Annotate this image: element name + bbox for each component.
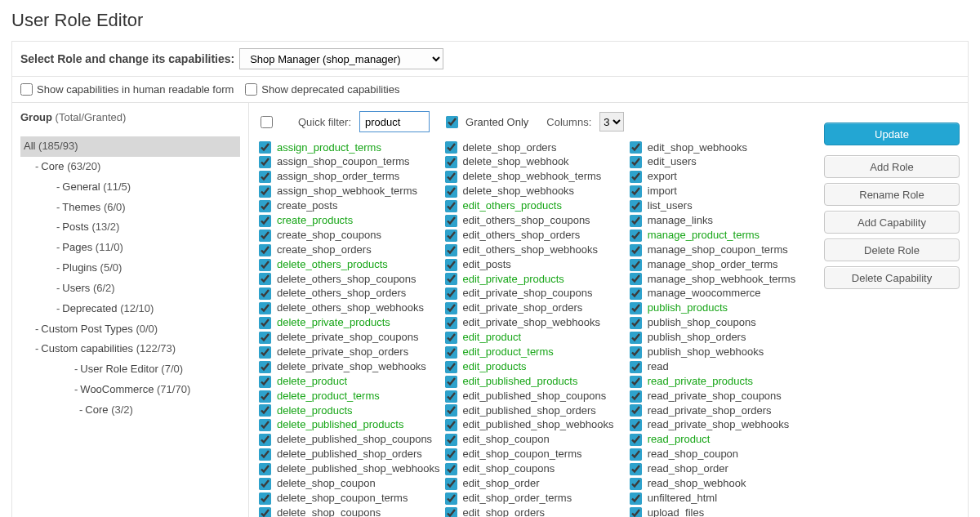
capability-checkbox[interactable] xyxy=(445,141,457,154)
capability-checkbox[interactable] xyxy=(445,492,457,505)
capability-checkbox[interactable] xyxy=(630,244,642,256)
capability-item[interactable]: delete_shop_webhooks xyxy=(445,185,625,199)
capability-checkbox[interactable] xyxy=(445,171,457,183)
capability-item[interactable]: create_shop_coupons xyxy=(259,228,440,243)
capability-checkbox[interactable] xyxy=(630,448,642,461)
capability-item[interactable]: edit_shop_order xyxy=(445,476,625,491)
capability-item[interactable]: publish_shop_coupons xyxy=(630,316,809,331)
capability-item[interactable]: edit_others_products xyxy=(445,199,625,214)
human-readable-option[interactable]: Show capabilities in human readable form xyxy=(20,83,234,96)
capability-checkbox[interactable] xyxy=(630,463,642,475)
sidebar-item[interactable]: -Themes (6/0) xyxy=(20,198,240,218)
sidebar-item[interactable]: -Pages (11/0) xyxy=(20,238,240,258)
capability-item[interactable]: export xyxy=(630,170,809,185)
delete-capability-button[interactable]: Delete Capability xyxy=(824,266,960,289)
capability-checkbox[interactable] xyxy=(630,419,642,431)
capability-item[interactable]: read_product xyxy=(630,433,809,448)
capability-checkbox[interactable] xyxy=(445,419,457,431)
capability-checkbox[interactable] xyxy=(259,448,271,461)
capability-item[interactable]: edit_private_shop_orders xyxy=(445,301,625,316)
capability-item[interactable]: manage_shop_order_terms xyxy=(630,257,809,272)
capability-checkbox[interactable] xyxy=(259,346,271,359)
capability-item[interactable]: edit_private_shop_webhooks xyxy=(445,316,625,331)
capability-item[interactable]: assign_shop_webhook_terms xyxy=(259,185,440,199)
capability-checkbox[interactable] xyxy=(259,492,271,505)
capability-item[interactable]: delete_private_shop_coupons xyxy=(259,331,440,345)
capability-item[interactable]: edit_shop_coupon_terms xyxy=(445,448,625,462)
capability-item[interactable]: read xyxy=(630,359,809,374)
sidebar-item[interactable]: -User Role Editor (7/0) xyxy=(20,359,240,380)
capability-item[interactable]: upload_files xyxy=(630,506,809,517)
capability-checkbox[interactable] xyxy=(445,463,457,475)
capability-item[interactable]: edit_product xyxy=(445,331,625,345)
add-role-button[interactable]: Add Role xyxy=(824,155,960,178)
capability-checkbox[interactable] xyxy=(445,317,457,329)
capability-checkbox[interactable] xyxy=(630,273,642,285)
capability-checkbox[interactable] xyxy=(630,287,642,300)
capability-item[interactable]: delete_others_shop_coupons xyxy=(259,272,440,287)
capability-item[interactable]: create_products xyxy=(259,213,440,228)
capability-checkbox[interactable] xyxy=(630,200,642,212)
capability-item[interactable]: publish_products xyxy=(630,301,809,316)
capability-item[interactable]: assign_shop_order_terms xyxy=(259,170,440,185)
capability-item[interactable]: edit_others_shop_coupons xyxy=(445,213,625,228)
capability-item[interactable]: unfiltered_html xyxy=(630,491,809,506)
capability-item[interactable]: delete_shop_coupon_terms xyxy=(259,491,440,506)
capability-checkbox[interactable] xyxy=(445,185,457,198)
capability-item[interactable]: delete_shop_coupon xyxy=(259,476,440,491)
capability-checkbox[interactable] xyxy=(259,230,271,242)
capability-checkbox[interactable] xyxy=(630,259,642,271)
granted-only-checkbox[interactable] xyxy=(446,116,458,128)
capability-checkbox[interactable] xyxy=(259,390,271,403)
capability-checkbox[interactable] xyxy=(445,478,457,490)
capability-checkbox[interactable] xyxy=(259,478,271,490)
sidebar-item[interactable]: -Users (6/2) xyxy=(20,279,240,299)
capability-item[interactable]: list_users xyxy=(630,199,809,214)
capability-item[interactable]: edit_shop_orders xyxy=(445,506,625,517)
capability-item[interactable]: delete_product xyxy=(259,374,440,389)
capability-checkbox[interactable] xyxy=(445,156,457,168)
capability-checkbox[interactable] xyxy=(630,185,642,198)
capability-item[interactable]: delete_private_shop_orders xyxy=(259,345,440,359)
capability-item[interactable]: edit_users xyxy=(630,155,809,170)
capability-item[interactable]: delete_published_products xyxy=(259,418,440,433)
capability-checkbox[interactable] xyxy=(445,273,457,285)
sidebar-item[interactable]: -Deprecated (12/10) xyxy=(20,299,240,319)
sidebar-item[interactable]: -WooCommerce (71/70) xyxy=(20,380,240,400)
capability-checkbox[interactable] xyxy=(630,317,642,329)
capability-checkbox[interactable] xyxy=(630,302,642,314)
capability-checkbox[interactable] xyxy=(445,390,457,403)
capability-item[interactable]: read_private_shop_webhooks xyxy=(630,418,809,433)
capability-checkbox[interactable] xyxy=(259,332,271,344)
capability-checkbox[interactable] xyxy=(630,346,642,359)
capability-item[interactable]: delete_shop_coupons xyxy=(259,506,440,517)
capability-checkbox[interactable] xyxy=(259,171,271,183)
rename-role-button[interactable]: Rename Role xyxy=(824,183,960,206)
capability-checkbox[interactable] xyxy=(630,507,642,517)
update-button[interactable]: Update xyxy=(824,123,960,145)
capability-checkbox[interactable] xyxy=(630,390,642,403)
capability-checkbox[interactable] xyxy=(259,404,271,417)
quick-filter-input[interactable] xyxy=(359,111,430,132)
capability-item[interactable]: manage_woocommerce xyxy=(630,287,809,301)
capability-item[interactable]: edit_others_shop_webhooks xyxy=(445,243,625,257)
capability-checkbox[interactable] xyxy=(630,156,642,168)
delete-role-button[interactable]: Delete Role xyxy=(824,238,960,261)
sidebar-item[interactable]: -General (11/5) xyxy=(20,177,240,198)
capability-checkbox[interactable] xyxy=(445,361,457,373)
capability-item[interactable]: delete_others_products xyxy=(259,257,440,272)
sidebar-item[interactable]: -Posts (13/2) xyxy=(20,217,240,238)
capability-item[interactable]: delete_published_shop_orders xyxy=(259,448,440,462)
sidebar-item[interactable]: -Core (3/2) xyxy=(20,400,240,421)
capability-item[interactable]: edit_products xyxy=(445,359,625,374)
capability-item[interactable]: edit_private_products xyxy=(445,272,625,287)
capability-checkbox[interactable] xyxy=(445,332,457,344)
capability-checkbox[interactable] xyxy=(630,434,642,446)
capability-item[interactable]: edit_others_shop_orders xyxy=(445,228,625,243)
capability-item[interactable]: delete_others_shop_webhooks xyxy=(259,301,440,316)
sidebar-item[interactable]: -Core (63/20) xyxy=(20,157,240,177)
capability-item[interactable]: edit_published_shop_orders xyxy=(445,403,625,418)
capability-item[interactable]: manage_shop_coupon_terms xyxy=(630,243,809,257)
deprecated-checkbox[interactable] xyxy=(245,83,257,96)
capability-checkbox[interactable] xyxy=(630,478,642,490)
